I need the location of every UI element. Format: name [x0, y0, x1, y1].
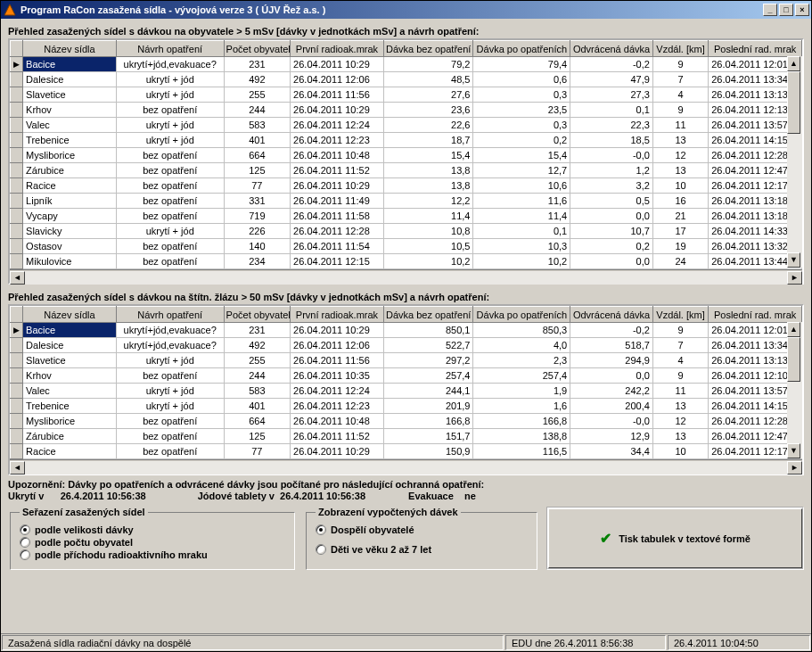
table1-vscroll[interactable]: ▲ ▼	[787, 56, 802, 268]
cell-d1: 0,3	[473, 87, 570, 103]
table-row[interactable]: Trebeniceukrytí + jód40126.04.2011 12:23…	[11, 399, 802, 414]
sort-legend: Seřazení zasažených sídel	[20, 507, 148, 517]
cell-first: 26.04.2011 12:28	[291, 224, 384, 239]
table2-hscroll[interactable]: ◄ ►	[10, 459, 802, 475]
col-dist[interactable]: Vzdál. [km]	[652, 41, 708, 57]
cell-dist: 19	[652, 239, 708, 254]
col-last[interactable]: Poslední rad. mrak	[709, 41, 802, 57]
cell-d2: -0,0	[570, 148, 653, 163]
cell-d0: 48,5	[383, 72, 473, 87]
row-marker	[11, 239, 23, 254]
scroll-right-icon[interactable]: ►	[787, 461, 802, 475]
cell-name: Mikulovice	[23, 254, 117, 269]
sort-by-pop-radio[interactable]: podle počtu obyvatel	[20, 537, 285, 548]
scroll-left-icon[interactable]: ◄	[10, 461, 25, 475]
status-pane-3: 26.4.2011 10:04:50	[668, 635, 810, 650]
table-row[interactable]: Slaveticeukrytí + jód25526.04.2011 11:56…	[11, 87, 802, 103]
cell-pop: 401	[224, 399, 291, 414]
radio-icon	[20, 549, 30, 560]
cell-measure: bez opatření	[116, 239, 224, 254]
table-row[interactable]: Valecukrytí + jód58326.04.2011 12:24244,…	[11, 384, 802, 399]
cell-name: Slavetice	[23, 353, 117, 368]
table-row[interactable]: Mikulovicebez opatření23426.04.2011 12:1…	[11, 254, 802, 269]
close-button[interactable]: ×	[795, 4, 809, 16]
maximize-button[interactable]: □	[779, 4, 793, 16]
table-row[interactable]: Mysliboricebez opatření66426.04.2011 10:…	[11, 148, 802, 163]
cell-d2: 34,4	[570, 444, 653, 459]
dose-groupbox: Zobrazení vypočtených dávek Dospělí obyv…	[306, 507, 537, 570]
titlebar[interactable]: Program RaCon zasažená sídla - vývojová …	[1, 1, 811, 19]
table-row[interactable]: Mysliboricebez opatření66426.04.2011 10:…	[11, 414, 802, 429]
table-row[interactable]: Slaveticeukrytí + jód25526.04.2011 11:56…	[11, 353, 802, 368]
cell-d1: 4,0	[473, 338, 570, 353]
table-row[interactable]: Zárubicebez opatření12526.04.2011 11:521…	[11, 429, 802, 444]
row-marker	[11, 254, 23, 269]
scroll-thumb[interactable]	[787, 71, 800, 134]
scroll-down-icon[interactable]: ▼	[787, 443, 800, 458]
cell-d2: 294,9	[570, 353, 653, 368]
table-row[interactable]: Racicebez opatření7726.04.2011 10:2913,8…	[11, 178, 802, 194]
cell-measure: ukrytí + jód	[116, 353, 224, 368]
table-row[interactable]: Vycapybez opatření71926.04.2011 11:5811,…	[11, 209, 802, 224]
col-d2[interactable]: Odvrácená dávka	[570, 41, 653, 57]
table-row[interactable]: Krhovbez opatření24426.04.2011 10:2923,6…	[11, 103, 802, 118]
scroll-right-icon[interactable]: ►	[787, 271, 802, 285]
col-measure[interactable]: Návrh opatření	[116, 41, 224, 57]
cell-measure: ukrytí+jód,evakuace?	[116, 323, 224, 338]
cell-name: Trebenice	[23, 399, 117, 414]
scroll-up-icon[interactable]: ▲	[787, 322, 800, 337]
cell-dist: 21	[652, 209, 708, 224]
dose-adults-radio[interactable]: Dospělí obyvatelé	[316, 524, 528, 535]
cell-pop: 244	[224, 368, 291, 384]
table-row[interactable]: Ostasovbez opatření14026.04.2011 11:5410…	[11, 239, 802, 254]
cell-first: 26.04.2011 10:29	[291, 444, 384, 459]
cell-d0: 257,4	[383, 368, 473, 384]
col-name[interactable]: Název sídla	[23, 41, 117, 57]
cell-dist: 13	[652, 133, 708, 148]
table-row[interactable]: Zárubicebez opatření12526.04.2011 11:521…	[11, 163, 802, 178]
cell-measure: bez opatření	[116, 368, 224, 384]
table-row[interactable]: Trebeniceukrytí + jód40126.04.2011 12:23…	[11, 133, 802, 148]
checkmark-icon: ✔	[600, 530, 611, 547]
table-row[interactable]: Dalesiceukrytí+jód,evakuace?49226.04.201…	[11, 338, 802, 353]
col-d0[interactable]: Dávka bez opatření	[383, 41, 473, 57]
table2-vscroll[interactable]: ▲ ▼	[787, 322, 802, 458]
minimize-button[interactable]: _	[763, 4, 777, 16]
scroll-thumb[interactable]	[787, 337, 800, 382]
cell-dist: 12	[652, 148, 708, 163]
table-row[interactable]: Krhovbez opatření24426.04.2011 10:35257,…	[11, 368, 802, 384]
print-button[interactable]: ✔ Tisk tabulek v textové formě	[548, 508, 802, 568]
table-row[interactable]: ▶Baciceukrytí+jód,evakuace?23126.04.2011…	[11, 57, 802, 72]
table-row[interactable]: Racicebez opatření7726.04.2011 10:29150,…	[11, 444, 802, 459]
col-first[interactable]: První radioak.mrak	[291, 41, 384, 57]
cell-measure: ukrytí + jód	[116, 399, 224, 414]
cell-first: 26.04.2011 12:24	[291, 384, 384, 399]
table-row[interactable]: Valecukrytí + jód58326.04.2011 12:2422,6…	[11, 118, 802, 133]
cell-d1: 10,3	[473, 239, 570, 254]
cell-d0: 850,1	[383, 323, 473, 338]
table-row[interactable]: Lipníkbez opatření33126.04.2011 11:4912,…	[11, 194, 802, 209]
scroll-left-icon[interactable]: ◄	[10, 271, 25, 285]
dose-children-radio[interactable]: Děti ve věku 2 až 7 let	[316, 544, 528, 555]
table-row[interactable]: Slavickyukrytí + jód22626.04.2011 12:281…	[11, 224, 802, 239]
scroll-up-icon[interactable]: ▲	[787, 56, 800, 71]
cell-pop: 231	[224, 323, 291, 338]
cell-dist: 13	[652, 399, 708, 414]
sort-by-dose-radio[interactable]: podle velikosti dávky	[20, 524, 285, 535]
table-row[interactable]: ▶Baciceukrytí+jód,evakuace?23126.04.2011…	[11, 323, 802, 338]
col-d1[interactable]: Dávka po opatřeních	[473, 41, 570, 57]
cell-measure: bez opatření	[116, 178, 224, 194]
scroll-down-icon[interactable]: ▼	[787, 252, 800, 268]
col-pop[interactable]: Počet obyvatel	[224, 41, 291, 57]
sort-by-cloud-radio[interactable]: podle příchodu radioaktivního mraku	[20, 549, 285, 560]
table1-hscroll[interactable]: ◄ ►	[10, 269, 802, 285]
row-marker	[11, 209, 23, 224]
cell-d1: 15,4	[473, 148, 570, 163]
cell-d1: 1,9	[473, 384, 570, 399]
cell-first: 26.04.2011 10:48	[291, 148, 384, 163]
row-marker	[11, 414, 23, 429]
cell-pop: 583	[224, 118, 291, 133]
cell-d2: -0,2	[570, 323, 653, 338]
cell-d0: 150,9	[383, 444, 473, 459]
table-row[interactable]: Dalesiceukrytí + jód49226.04.2011 12:064…	[11, 72, 802, 87]
